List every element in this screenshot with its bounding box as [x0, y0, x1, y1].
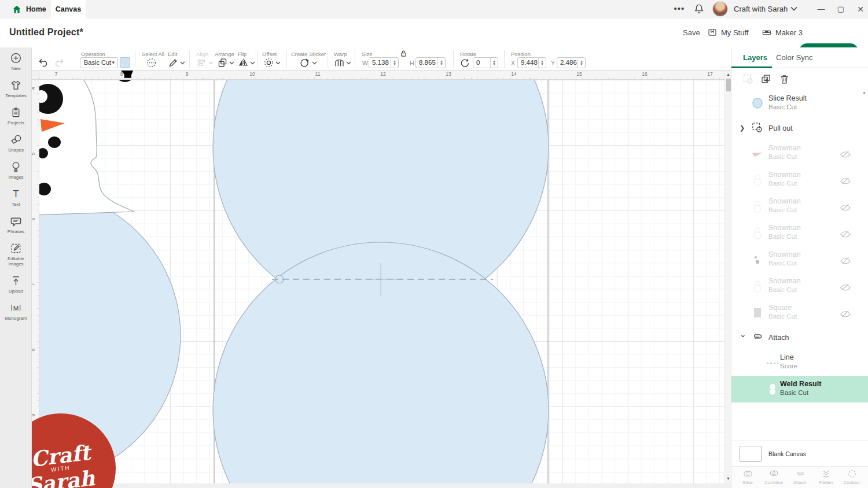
hidden-eye-slash-icon[interactable] — [840, 202, 851, 210]
layer-thumbnail-weld — [766, 382, 779, 396]
layer-row-snowman[interactable]: SnowmanBasic Cut — [731, 167, 868, 193]
minimize-button[interactable]: — — [815, 3, 827, 15]
duplicate-icon[interactable] — [760, 73, 771, 84]
canvas-tab-label: Canvas — [56, 5, 81, 13]
chevron-down-icon[interactable] — [790, 6, 797, 11]
arrange-chevron-icon[interactable] — [229, 61, 234, 65]
sidebar-item-upload[interactable]: Upload — [0, 270, 32, 297]
notifications-bell-icon[interactable] — [693, 3, 705, 16]
rotate-input[interactable]: 0 ▲▼ — [473, 57, 498, 68]
layer-row-line[interactable]: LineScore — [731, 349, 868, 376]
layer-row-snowman[interactable]: SnowmanBasic Cut — [731, 246, 868, 273]
maximize-button[interactable]: ▢ — [834, 3, 847, 15]
sidebar-item-phrases[interactable]: Phrases — [0, 210, 32, 238]
hidden-eye-slash-icon[interactable] — [840, 309, 851, 316]
hidden-eye-slash-icon[interactable] — [840, 176, 851, 183]
y-position-input[interactable]: 2.486 ▲▼ — [557, 57, 586, 68]
scroll-up-icon[interactable]: ▲ — [726, 72, 730, 76]
more-menu-icon[interactable]: ••• — [671, 3, 687, 15]
account-name[interactable]: Craft with Sarah — [734, 5, 788, 13]
machine-button[interactable]: Maker 3 — [762, 27, 803, 38]
redo-icon[interactable] — [54, 57, 65, 68]
undo-icon[interactable] — [38, 57, 49, 68]
layer-row-slice-result[interactable]: Slice ResultBasic Cut — [731, 90, 868, 117]
layer-group-attach[interactable]: ⌄Attach — [731, 326, 868, 349]
height-stepper[interactable]: ▲▼ — [437, 58, 445, 68]
warp-icon[interactable] — [334, 57, 345, 68]
my-stuff-button[interactable]: My Stuff — [707, 27, 748, 38]
save-button[interactable]: Save — [683, 28, 700, 37]
flip-chevron-icon[interactable] — [250, 61, 255, 65]
x-stepper[interactable]: ▲▼ — [538, 58, 546, 68]
blank-canvas-row[interactable]: Blank Canvas — [731, 441, 868, 466]
edit-chevron-icon[interactable] — [180, 61, 185, 65]
layer-row-snowman[interactable]: SnowmanBasic Cut — [731, 140, 868, 167]
phrases-icon — [10, 215, 22, 227]
hidden-eye-slash-icon[interactable] — [840, 149, 851, 157]
size-lock-icon[interactable] — [400, 50, 407, 57]
edit-pencil-icon[interactable] — [168, 57, 179, 68]
offset-chevron-icon[interactable] — [275, 61, 281, 65]
layer-row-snowman[interactable]: SnowmanBasic Cut — [731, 193, 868, 220]
height-input[interactable]: 8.865 ▲▼ — [415, 57, 446, 68]
layers-panel: Layers Color Sync ▲ Slice ResultBasic Cu… — [731, 47, 868, 488]
horizontal-scrollbar[interactable]: ◀ — [32, 483, 731, 488]
sidebar-item-projects[interactable]: Projects — [0, 102, 32, 129]
create-sticker-icon[interactable] — [299, 57, 310, 68]
x-position-input[interactable]: 9.448 ▲▼ — [517, 57, 546, 68]
vertical-scrollbar[interactable]: ▲ ▼ — [724, 71, 731, 483]
edit-label: Edit — [168, 51, 177, 57]
snowman-head-shape[interactable] — [39, 80, 134, 215]
layer-row-snowman[interactable]: SnowmanBasic Cut — [731, 273, 868, 300]
width-input[interactable]: 5.138 ▲▼ — [369, 57, 399, 68]
width-stepper[interactable]: ▲▼ — [391, 58, 398, 68]
scroll-down-icon[interactable]: ▼ — [726, 476, 730, 480]
chevron-down-icon[interactable]: ⌄ — [740, 330, 746, 336]
flip-icon[interactable] — [238, 57, 249, 68]
chevron-right-icon[interactable]: ❯ — [740, 124, 746, 131]
sidebar-item-shapes[interactable]: Shapes — [0, 129, 32, 156]
trash-icon[interactable] — [779, 73, 790, 84]
rotate-icon[interactable] — [459, 57, 470, 68]
layer-row-square[interactable]: SquareBasic Cut — [731, 300, 868, 326]
tab-canvas[interactable]: Canvas — [51, 0, 86, 19]
my-stuff-icon — [707, 27, 718, 38]
layer-name: Snowman — [768, 197, 801, 205]
ruler-top-number: 9 — [186, 71, 189, 77]
operation-color-swatch[interactable] — [120, 57, 130, 68]
sidebar-item-editable-images[interactable]: Editable Images — [0, 238, 32, 270]
ruler-top-number: 15 — [576, 71, 582, 77]
hidden-eye-slash-icon[interactable] — [840, 256, 851, 263]
tab-color-sync[interactable]: Color Sync — [776, 53, 813, 62]
select-all-icon[interactable] — [146, 57, 157, 68]
operation-value: Basic Cut — [84, 59, 111, 66]
sidebar-item-images[interactable]: Images — [0, 156, 32, 183]
x-axis-label: X — [511, 60, 515, 66]
arrange-icon[interactable] — [217, 57, 228, 68]
sidebar-item-new[interactable]: New — [0, 47, 32, 75]
sidebar-item-monogram[interactable]: MMonogram — [0, 297, 32, 324]
layer-row-weld-result[interactable]: Weld ResultBasic Cut — [731, 376, 868, 402]
create-sticker-chevron-icon[interactable] — [312, 61, 317, 65]
operation-dropdown[interactable]: Basic Cut — [80, 57, 118, 68]
vertical-scroll-thumb[interactable] — [726, 79, 731, 91]
tab-home[interactable]: Home — [5, 0, 53, 19]
close-button[interactable]: ✕ — [854, 3, 867, 15]
offset-icon[interactable] — [263, 57, 274, 68]
hidden-eye-slash-icon[interactable] — [840, 229, 851, 236]
tab-layers[interactable]: Layers — [743, 53, 767, 62]
hidden-eye-slash-icon[interactable] — [840, 282, 851, 290]
rotate-stepper[interactable]: ▲▼ — [490, 58, 498, 68]
avatar[interactable] — [712, 1, 728, 17]
warp-chevron-icon[interactable] — [346, 61, 351, 65]
y-stepper[interactable]: ▲▼ — [578, 58, 585, 68]
group-name: Attach — [768, 334, 789, 342]
layer-row-snowman[interactable]: SnowmanBasic Cut — [731, 220, 868, 246]
blank-canvas-swatch[interactable] — [740, 446, 762, 462]
sidebar-item-templates[interactable]: Templates — [0, 75, 32, 102]
layer-group-pull-out[interactable]: ❯Pull out — [731, 117, 868, 140]
shapes-icon — [10, 134, 22, 146]
layer-name: Line — [780, 353, 794, 361]
warp-label: Warp — [334, 51, 347, 57]
sidebar-item-text[interactable]: TText — [0, 183, 32, 210]
